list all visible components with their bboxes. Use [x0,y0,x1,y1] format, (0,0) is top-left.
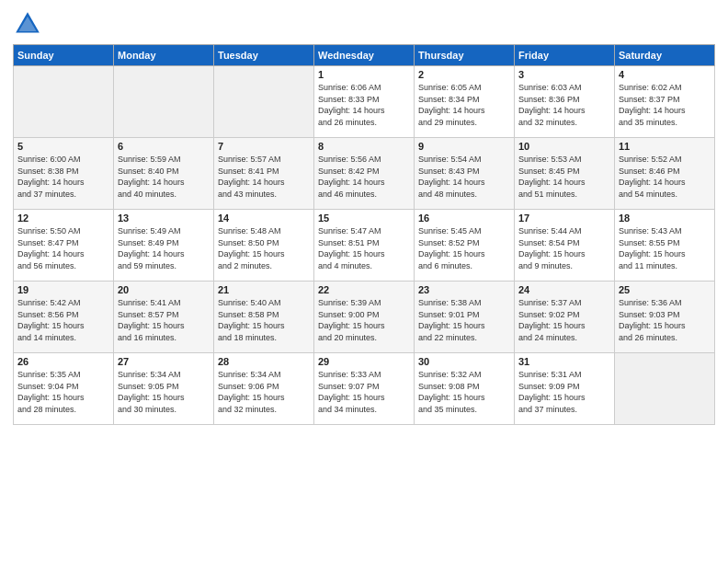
calendar-cell: 23Sunrise: 5:38 AM Sunset: 9:01 PM Dayli… [415,282,515,353]
day-info: Sunrise: 5:49 AM Sunset: 8:49 PM Dayligh… [118,225,210,271]
day-info: Sunrise: 5:48 AM Sunset: 8:50 PM Dayligh… [218,225,310,271]
day-number: 5 [17,141,109,152]
day-info: Sunrise: 5:35 AM Sunset: 9:04 PM Dayligh… [17,369,109,415]
calendar-cell: 18Sunrise: 5:43 AM Sunset: 8:55 PM Dayli… [615,210,715,282]
calendar-cell: 16Sunrise: 5:45 AM Sunset: 8:52 PM Dayli… [415,210,515,282]
day-info: Sunrise: 5:40 AM Sunset: 8:58 PM Dayligh… [218,297,310,343]
calendar-cell: 28Sunrise: 5:34 AM Sunset: 9:06 PM Dayli… [214,353,314,425]
day-info: Sunrise: 6:03 AM Sunset: 8:36 PM Dayligh… [518,82,610,128]
calendar-cell: 7Sunrise: 5:57 AM Sunset: 8:41 PM Daylig… [214,138,314,210]
day-info: Sunrise: 5:34 AM Sunset: 9:05 PM Dayligh… [118,369,210,415]
calendar-cell: 9Sunrise: 5:54 AM Sunset: 8:43 PM Daylig… [415,138,515,210]
column-header-monday: Monday [114,45,214,66]
day-number: 24 [518,284,610,295]
day-number: 22 [318,284,410,295]
calendar-cell: 2Sunrise: 6:05 AM Sunset: 8:34 PM Daylig… [415,66,515,138]
calendar-cell: 12Sunrise: 5:50 AM Sunset: 8:47 PM Dayli… [14,210,114,282]
day-number: 20 [118,284,210,295]
calendar-cell: 5Sunrise: 6:00 AM Sunset: 8:38 PM Daylig… [14,138,114,210]
day-info: Sunrise: 5:52 AM Sunset: 8:46 PM Dayligh… [619,154,711,200]
day-number: 21 [218,284,310,295]
day-number: 7 [218,141,310,152]
day-number: 13 [118,213,210,224]
column-header-sunday: Sunday [14,45,114,66]
calendar-cell: 11Sunrise: 5:52 AM Sunset: 8:46 PM Dayli… [615,138,715,210]
calendar-cell [114,66,214,138]
calendar-cell: 31Sunrise: 5:31 AM Sunset: 9:09 PM Dayli… [515,353,615,425]
day-number: 31 [518,356,610,367]
calendar-cell [14,66,114,138]
calendar-cell: 14Sunrise: 5:48 AM Sunset: 8:50 PM Dayli… [214,210,314,282]
day-info: Sunrise: 6:02 AM Sunset: 8:37 PM Dayligh… [619,82,711,128]
calendar-cell: 29Sunrise: 5:33 AM Sunset: 9:07 PM Dayli… [314,353,415,425]
column-header-saturday: Saturday [615,45,715,66]
day-number: 2 [418,69,510,80]
logo-icon [13,9,42,39]
day-number: 4 [619,69,711,80]
column-header-wednesday: Wednesday [314,45,415,66]
calendar-week-row: 19Sunrise: 5:42 AM Sunset: 8:56 PM Dayli… [14,282,715,353]
day-info: Sunrise: 5:54 AM Sunset: 8:43 PM Dayligh… [418,154,510,200]
calendar-cell: 20Sunrise: 5:41 AM Sunset: 8:57 PM Dayli… [114,282,214,353]
day-info: Sunrise: 5:37 AM Sunset: 9:02 PM Dayligh… [518,297,610,343]
calendar-week-row: 12Sunrise: 5:50 AM Sunset: 8:47 PM Dayli… [14,210,715,282]
calendar-cell: 13Sunrise: 5:49 AM Sunset: 8:49 PM Dayli… [114,210,214,282]
day-number: 8 [318,141,410,152]
day-number: 29 [318,356,410,367]
day-number: 16 [418,213,510,224]
day-number: 17 [518,213,610,224]
calendar-header-row: SundayMondayTuesdayWednesdayThursdayFrid… [14,45,715,66]
calendar-week-row: 1Sunrise: 6:06 AM Sunset: 8:33 PM Daylig… [14,66,715,138]
day-info: Sunrise: 5:33 AM Sunset: 9:07 PM Dayligh… [318,369,410,415]
calendar-cell: 8Sunrise: 5:56 AM Sunset: 8:42 PM Daylig… [314,138,415,210]
day-info: Sunrise: 6:06 AM Sunset: 8:33 PM Dayligh… [318,82,410,128]
day-info: Sunrise: 5:39 AM Sunset: 9:00 PM Dayligh… [318,297,410,343]
day-number: 28 [218,356,310,367]
day-info: Sunrise: 5:42 AM Sunset: 8:56 PM Dayligh… [17,297,109,343]
logo [13,9,46,39]
calendar-cell: 1Sunrise: 6:06 AM Sunset: 8:33 PM Daylig… [314,66,415,138]
day-info: Sunrise: 5:43 AM Sunset: 8:55 PM Dayligh… [619,225,711,271]
calendar-cell: 26Sunrise: 5:35 AM Sunset: 9:04 PM Dayli… [14,353,114,425]
calendar-cell [615,353,715,425]
day-number: 23 [418,284,510,295]
page-container: SundayMondayTuesdayWednesdayThursdayFrid… [0,0,728,432]
day-number: 25 [619,284,711,295]
day-number: 19 [17,284,109,295]
calendar-cell: 19Sunrise: 5:42 AM Sunset: 8:56 PM Dayli… [14,282,114,353]
calendar-cell: 21Sunrise: 5:40 AM Sunset: 8:58 PM Dayli… [214,282,314,353]
day-number: 1 [318,69,410,80]
day-number: 11 [619,141,711,152]
day-info: Sunrise: 5:47 AM Sunset: 8:51 PM Dayligh… [318,225,410,271]
calendar-cell: 3Sunrise: 6:03 AM Sunset: 8:36 PM Daylig… [515,66,615,138]
calendar-week-row: 5Sunrise: 6:00 AM Sunset: 8:38 PM Daylig… [14,138,715,210]
calendar-cell [214,66,314,138]
day-number: 26 [17,356,109,367]
day-number: 15 [318,213,410,224]
calendar-week-row: 26Sunrise: 5:35 AM Sunset: 9:04 PM Dayli… [14,353,715,425]
day-info: Sunrise: 5:31 AM Sunset: 9:09 PM Dayligh… [518,369,610,415]
day-info: Sunrise: 5:38 AM Sunset: 9:01 PM Dayligh… [418,297,510,343]
day-info: Sunrise: 5:53 AM Sunset: 8:45 PM Dayligh… [518,154,610,200]
calendar-cell: 17Sunrise: 5:44 AM Sunset: 8:54 PM Dayli… [515,210,615,282]
day-info: Sunrise: 5:36 AM Sunset: 9:03 PM Dayligh… [619,297,711,343]
day-info: Sunrise: 5:59 AM Sunset: 8:40 PM Dayligh… [118,154,210,200]
day-number: 14 [218,213,310,224]
column-header-thursday: Thursday [415,45,515,66]
day-info: Sunrise: 5:41 AM Sunset: 8:57 PM Dayligh… [118,297,210,343]
column-header-tuesday: Tuesday [214,45,314,66]
day-info: Sunrise: 5:50 AM Sunset: 8:47 PM Dayligh… [17,225,109,271]
day-number: 27 [118,356,210,367]
calendar-cell: 6Sunrise: 5:59 AM Sunset: 8:40 PM Daylig… [114,138,214,210]
calendar-cell: 22Sunrise: 5:39 AM Sunset: 9:00 PM Dayli… [314,282,415,353]
day-number: 3 [518,69,610,80]
calendar-cell: 15Sunrise: 5:47 AM Sunset: 8:51 PM Dayli… [314,210,415,282]
calendar-cell: 25Sunrise: 5:36 AM Sunset: 9:03 PM Dayli… [615,282,715,353]
calendar-cell: 27Sunrise: 5:34 AM Sunset: 9:05 PM Dayli… [114,353,214,425]
day-info: Sunrise: 5:45 AM Sunset: 8:52 PM Dayligh… [418,225,510,271]
day-info: Sunrise: 5:57 AM Sunset: 8:41 PM Dayligh… [218,154,310,200]
day-info: Sunrise: 5:34 AM Sunset: 9:06 PM Dayligh… [218,369,310,415]
day-number: 30 [418,356,510,367]
column-header-friday: Friday [515,45,615,66]
calendar-cell: 4Sunrise: 6:02 AM Sunset: 8:37 PM Daylig… [615,66,715,138]
